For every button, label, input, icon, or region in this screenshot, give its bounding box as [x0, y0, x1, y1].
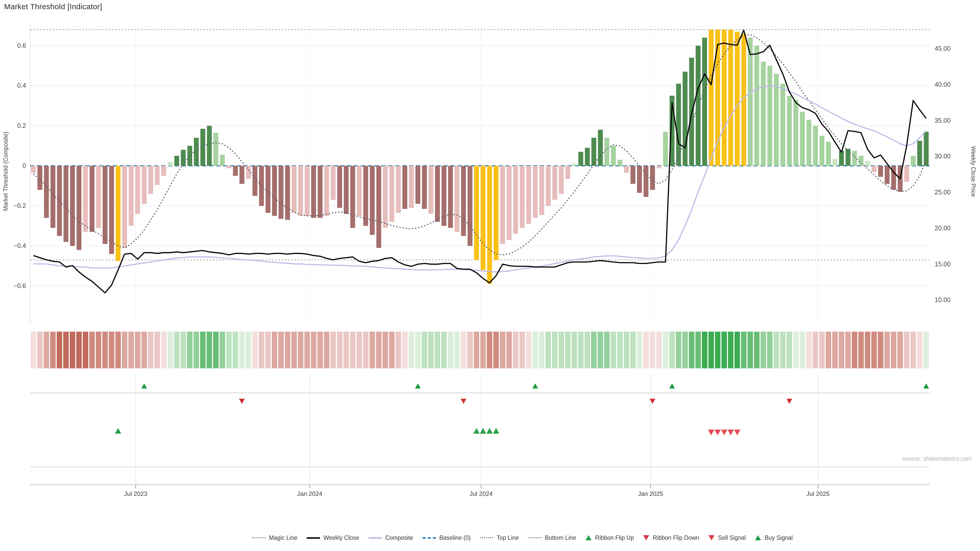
histogram-bar — [187, 146, 192, 166]
histogram-bar — [390, 166, 394, 222]
ribbon-cell — [109, 332, 115, 368]
ribbon-cell — [115, 332, 121, 368]
ribbon-cell — [884, 332, 890, 368]
legend-item-label: Ribbon Flip Down — [653, 535, 699, 541]
ribbon-cell — [500, 332, 506, 368]
x-axis-tick-label: Jan 2025 — [638, 490, 663, 497]
legend-item-label: Magic Line — [269, 535, 298, 541]
histogram-bar — [38, 166, 42, 190]
tri-up-green-icon — [585, 535, 592, 540]
ribbon-cell — [735, 332, 740, 368]
histogram-bar — [103, 166, 107, 244]
ribbon-cell — [767, 332, 773, 368]
ribbon-cell — [585, 332, 590, 368]
histogram-bar — [885, 166, 889, 184]
histogram-bar — [461, 166, 466, 236]
ribbon-cell — [904, 332, 910, 368]
sell-signal-marker — [708, 430, 714, 435]
ribbon-cell — [376, 332, 382, 368]
histogram-bar — [31, 166, 36, 173]
histogram-bar — [370, 166, 375, 235]
ribbon-cell — [122, 332, 127, 368]
y-right-tick-label: 10.00 — [935, 296, 951, 303]
ribbon-cell — [760, 332, 766, 368]
histogram-bar — [657, 166, 662, 168]
histogram-bar — [650, 166, 655, 190]
legend-item-label: Buy Signal — [765, 535, 793, 541]
ribbon-cell — [304, 332, 310, 368]
ribbon-cell — [337, 332, 342, 368]
histogram-bar — [559, 166, 564, 194]
histogram-bar — [754, 46, 759, 166]
ribbon-cell — [702, 332, 708, 368]
ribbon-cell — [350, 332, 355, 368]
ribbon-cell — [272, 332, 277, 368]
ribbon-cell — [174, 332, 180, 368]
histogram-bar — [644, 166, 649, 197]
x-axis-tick-label: Jul 2023 — [124, 490, 147, 497]
ribbon-cell — [637, 332, 642, 368]
ribbon-flip-up-marker — [142, 383, 147, 389]
histogram-bar — [761, 62, 765, 166]
ribbon-cell — [363, 332, 369, 368]
ribbon-cell — [161, 332, 167, 368]
histogram-bar — [70, 166, 75, 246]
buy-signal-marker — [115, 428, 121, 433]
legend-line-swatch — [422, 537, 436, 538]
ribbon-cell — [546, 332, 551, 368]
histogram-bar — [474, 166, 479, 260]
ribbon-cell — [721, 332, 727, 368]
histogram-bar — [526, 166, 531, 224]
histogram-bar — [605, 138, 609, 166]
ribbon-cell — [187, 332, 192, 368]
legend-item-ribbon-flip-down: Ribbon Flip Down — [643, 535, 699, 541]
histogram-bar — [617, 160, 622, 166]
ribbon-cell — [30, 332, 36, 368]
ribbon-cell — [167, 332, 173, 368]
histogram-bar — [57, 166, 62, 236]
histogram-bar — [279, 166, 283, 219]
ribbon-cell — [102, 332, 108, 368]
ribbon-cell — [624, 332, 629, 368]
ribbon-cell — [233, 332, 239, 368]
ribbon-cell — [383, 332, 388, 368]
ribbon-flip-up-marker — [415, 383, 421, 389]
ribbon-cell — [344, 332, 349, 368]
histogram-bar — [220, 155, 225, 166]
ribbon-cell — [565, 332, 571, 368]
ribbon-cell — [128, 332, 134, 368]
ribbon-cell — [89, 332, 95, 368]
histogram-bar — [852, 151, 857, 166]
histogram-bar — [839, 151, 844, 166]
histogram-bar — [878, 166, 883, 177]
ribbon-flip-up-marker — [532, 383, 538, 389]
ribbon-cell — [461, 332, 466, 368]
histogram-bar — [448, 166, 453, 228]
histogram-bar — [96, 166, 101, 228]
ribbon-cell — [356, 332, 362, 368]
histogram-bar — [487, 166, 492, 284]
ribbon-cell — [852, 332, 858, 368]
histogram-bar — [832, 159, 837, 166]
histogram-bar — [51, 166, 56, 228]
ribbon-cell — [441, 332, 447, 368]
legend-line-swatch — [307, 537, 320, 538]
histogram-bar — [331, 166, 336, 200]
histogram-bar — [911, 156, 916, 166]
histogram-bar — [83, 166, 88, 232]
histogram-bar — [585, 148, 590, 166]
legend-item-label: Ribbon Flip Up — [595, 535, 634, 541]
y-left-tick-label: −0.6 — [14, 282, 26, 289]
ribbon-cell — [389, 332, 395, 368]
ribbon-cell — [285, 332, 290, 368]
histogram-bar — [285, 166, 290, 220]
ribbon-cell — [226, 332, 232, 368]
ribbon-cell — [670, 332, 675, 368]
ribbon-cell — [643, 332, 649, 368]
y-right-tick-label: 40.00 — [935, 81, 951, 88]
ribbon-cell — [428, 332, 434, 368]
histogram-bar — [226, 166, 231, 168]
ribbon-cell — [220, 332, 225, 368]
ribbon-cell — [780, 332, 786, 368]
buy-signal-marker — [480, 428, 486, 433]
